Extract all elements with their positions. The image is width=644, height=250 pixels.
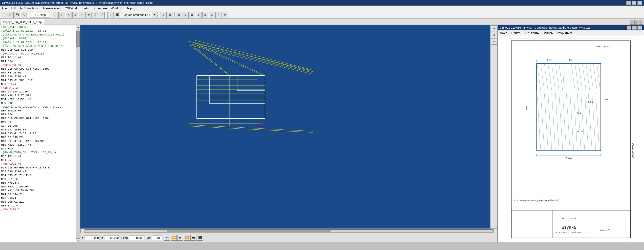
menu-help[interactable]: Help bbox=[124, 6, 134, 11]
zoom-100[interactable]: ◎ bbox=[167, 12, 173, 18]
code-line: ;(НICAAÍ : USER) bbox=[1, 25, 75, 29]
minimize-button[interactable]: _ bbox=[626, 1, 631, 5]
scroll-track[interactable] bbox=[76, 29, 80, 238]
open-button[interactable]: 📂 bbox=[8, 12, 14, 18]
img-menu-email[interactable]: Эл. почта bbox=[523, 30, 541, 36]
rt-btn-1[interactable]: ⊞ bbox=[491, 25, 497, 31]
code-line: ;(ÍÀÉÌIÀÜÍÅÀ : ÀÔOEEA_ÀEB_×ÍÓ_SETUP_1) bbox=[1, 33, 75, 37]
scroll-right-btn[interactable]: ▸ bbox=[493, 229, 497, 233]
menu-edit[interactable]: Edit bbox=[9, 6, 18, 11]
sim-btn-7[interactable]: ✕ bbox=[215, 12, 221, 18]
img-menu-record[interactable]: Запись bbox=[541, 30, 555, 36]
scroll-down-btn[interactable]: ▼ bbox=[76, 238, 80, 242]
sep-2 bbox=[51, 12, 51, 17]
code-line: N64 G95 G1 Z1. F.3 bbox=[1, 174, 75, 177]
svg-text:045.001-010.036: 045.001-010.036 bbox=[561, 218, 576, 220]
select-tool[interactable]: ⬚ bbox=[59, 12, 65, 18]
new-button[interactable]: 📄 bbox=[1, 12, 7, 18]
sim-btn-2[interactable]: ⊟ bbox=[183, 12, 189, 18]
code-line: ;(НICAAÍ : USER) bbox=[1, 37, 75, 41]
code-line: N42 G97 S880 M3 bbox=[1, 128, 75, 132]
tab-file[interactable]: Втулка_для_ЧПУ_setup_1.ptp bbox=[1, 19, 44, 25]
code-line: N26 X-1.6 bbox=[1, 82, 75, 86]
scroll-thumb[interactable] bbox=[76, 31, 80, 47]
code-line: N32 X98.513 Z6.521 bbox=[1, 94, 75, 98]
sim-btn-6[interactable]: ⊟ bbox=[209, 12, 215, 18]
tab-left[interactable]: ◂ bbox=[630, 21, 634, 25]
image-panel: 045.001-010.036 - Втулка - Средство прос… bbox=[497, 25, 644, 242]
play-btn[interactable]: ▶ bbox=[177, 235, 183, 241]
cursor-tool[interactable]: ↖ bbox=[53, 12, 59, 18]
tab-close[interactable]: ✕ bbox=[639, 21, 643, 25]
tool-4[interactable]: ⊞ bbox=[72, 12, 78, 18]
menu-window[interactable]: Window bbox=[109, 6, 124, 11]
goto-start-btn[interactable]: ⏮ bbox=[164, 235, 170, 241]
iso-turning-label[interactable]: ISO Turning bbox=[30, 12, 50, 18]
scrollbar-track[interactable] bbox=[85, 229, 493, 233]
dropdown-btn[interactable]: ▼ bbox=[152, 12, 158, 18]
code-line: N68 X78.477 bbox=[1, 181, 75, 185]
image-window-controls[interactable]: _ □ ✕ bbox=[627, 26, 642, 30]
img-menu-file[interactable]: Файл bbox=[498, 30, 509, 36]
tool-input[interactable] bbox=[152, 236, 162, 240]
code-line: N48 G0 G94 X-0.942 Z20.284 bbox=[1, 139, 75, 143]
menu-cnc-calc[interactable]: CNC-Calc bbox=[63, 6, 80, 11]
tool-5[interactable]: ↔ bbox=[79, 12, 85, 18]
sim-btn-5[interactable]: ⊞ bbox=[202, 12, 208, 18]
image-panel-menu: Файл Печать Эл. почта Запись Открыть ▼ bbox=[498, 30, 644, 36]
code-line: N52 T01.1 M6 bbox=[1, 155, 75, 158]
sim-btn-4[interactable]: ⊠ bbox=[196, 12, 202, 18]
stop-btn[interactable]: ⬛ bbox=[197, 235, 203, 241]
run-button[interactable]: ▶ bbox=[107, 12, 114, 18]
tool-6[interactable]: ⟲ bbox=[85, 12, 92, 18]
code-line: ;(ÀÄÔÀ : 17.09.2021 , 12:01) bbox=[1, 41, 75, 44]
img-menu-print[interactable]: Печать bbox=[509, 30, 523, 36]
code-line: N40 G18 G0 G90 G94 X100. Z50. bbox=[1, 117, 75, 120]
img-minimize[interactable]: _ bbox=[627, 26, 631, 30]
scroll-up-btn[interactable]: ▲ bbox=[76, 25, 80, 29]
img-close[interactable]: ✕ bbox=[637, 26, 642, 30]
feed-input[interactable] bbox=[129, 236, 144, 240]
menu-file[interactable]: File bbox=[0, 6, 9, 11]
scroll-left-btn[interactable]: ◂ bbox=[80, 229, 84, 233]
x-label: X bbox=[81, 236, 83, 239]
code-line: N82 Z-19.5 bbox=[1, 204, 75, 208]
zoom-out[interactable]: 🔎 bbox=[99, 12, 105, 18]
tool-group: Tool bbox=[146, 236, 162, 240]
step-back-btn[interactable]: ⏪ bbox=[171, 235, 177, 241]
scrollbar-thumb[interactable] bbox=[167, 230, 329, 232]
window-controls[interactable]: _ □ ✕ bbox=[626, 1, 642, 5]
sim-btn-3[interactable]: ⊡ bbox=[189, 12, 195, 18]
rt-btn-3[interactable]: ⊡ bbox=[491, 39, 497, 45]
svg-text:40-0.25: 40-0.25 bbox=[565, 157, 572, 159]
sim-btn-1[interactable]: ⊞ bbox=[176, 12, 182, 18]
goto-end-btn[interactable]: ⏭ bbox=[190, 235, 196, 241]
menu-setup[interactable]: Setup bbox=[80, 6, 92, 11]
close-button[interactable]: ✕ bbox=[637, 1, 642, 5]
stop-button[interactable]: ⬛ bbox=[114, 12, 120, 18]
tab-right[interactable]: ▸ bbox=[634, 21, 638, 25]
zoom-in[interactable]: 🔍 bbox=[92, 12, 98, 18]
menu-transmission[interactable]: Transmission bbox=[41, 6, 63, 11]
menu-nc-functions[interactable]: NC Functions bbox=[18, 6, 41, 11]
svg-text:φ87.1: φ87.1 bbox=[526, 104, 528, 110]
horizontal-scrollbar[interactable]: ◂ ▸ bbox=[80, 229, 497, 233]
tool-3[interactable]: ✎ bbox=[66, 12, 72, 18]
menu-compare[interactable]: Compare bbox=[92, 6, 109, 11]
x-input[interactable] bbox=[84, 236, 99, 240]
maximize-button[interactable]: □ bbox=[632, 1, 636, 5]
vertical-scrollbar[interactable]: ▲ ▼ bbox=[76, 25, 80, 242]
print-button[interactable]: 🖨 bbox=[21, 12, 27, 18]
rt-btn-2[interactable]: ⊟ bbox=[491, 32, 497, 38]
step-fwd-btn[interactable]: ⏩ bbox=[184, 235, 190, 241]
img-maximize[interactable]: □ bbox=[632, 26, 637, 30]
code-line: N12 T01.1 M6 bbox=[1, 56, 75, 60]
img-menu-open[interactable]: Открыть ▼ bbox=[555, 30, 574, 36]
zoom-fit[interactable]: ⊡ bbox=[161, 12, 167, 18]
technical-drawing-svg: 045.001-010.036 √ Ra 125 / √ / bbox=[498, 36, 644, 242]
cimco-title-text: CIMCO Edit v5.5 - [Д:\Для Юрьба\Монтаж в… bbox=[2, 1, 153, 4]
save-button[interactable]: 💾 bbox=[14, 12, 20, 18]
z-input[interactable] bbox=[104, 236, 119, 240]
tab-controls[interactable]: ◂ ▸ ✕ bbox=[630, 21, 644, 25]
sim-btn-8[interactable]: ⊙ bbox=[222, 12, 228, 18]
